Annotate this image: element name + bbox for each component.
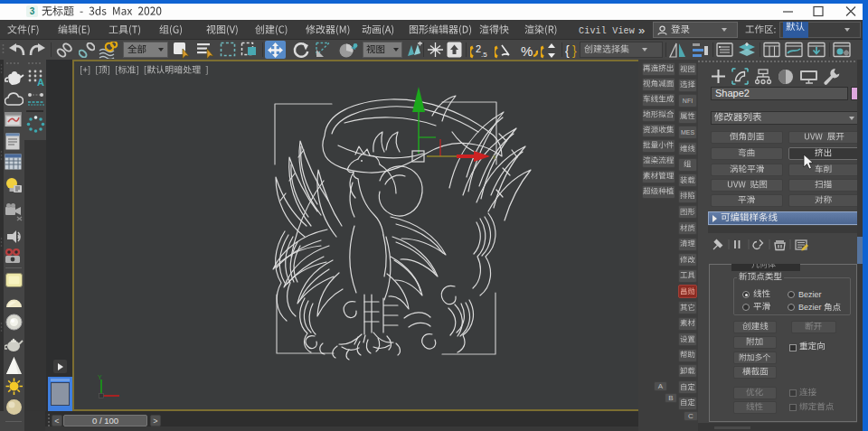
svg-text:Y: Y (98, 374, 102, 380)
svg-text:A: A (37, 77, 44, 87)
svg-text:{: { (565, 43, 570, 58)
svg-text:x: x (493, 153, 496, 161)
svg-text:%: % (521, 43, 533, 59)
svg-text:}: } (572, 43, 577, 58)
svg-text:3: 3 (30, 6, 35, 16)
svg-text:.5: .5 (481, 51, 487, 59)
